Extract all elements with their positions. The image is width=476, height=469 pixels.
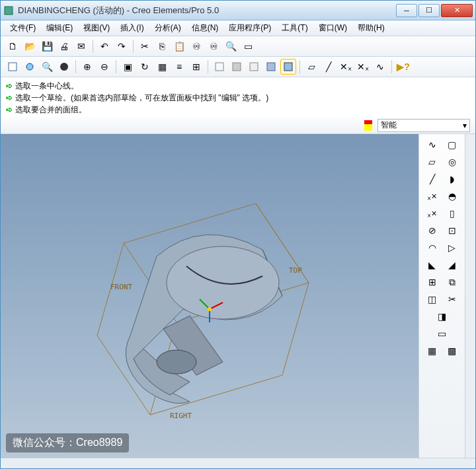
datum-axis-icon[interactable]: ╱ bbox=[321, 59, 337, 75]
close-button[interactable]: ✕ bbox=[441, 4, 473, 17]
viewport-3d[interactable]: FRONT TOP RIGHT 微信公众号：Creo8989 bbox=[1, 134, 418, 458]
round-icon[interactable]: ◠ bbox=[423, 240, 442, 256]
wireframe-icon[interactable] bbox=[212, 59, 227, 75]
toolbar-row-2: 🔍 ⊕ ⊖ ▣ ↻ ▦ ≡ ⊞ ▱ ╱ ✕ₓ ✕ₓ ∿ ▶? bbox=[1, 57, 475, 77]
print-icon[interactable]: 🖨 bbox=[56, 38, 72, 54]
extend-icon[interactable]: ◨ bbox=[433, 308, 452, 324]
solidify-icon[interactable]: ▩ bbox=[443, 343, 461, 359]
regen-icon[interactable]: ♾ bbox=[188, 38, 204, 54]
open-icon[interactable]: 📂 bbox=[22, 38, 38, 54]
draft-icon[interactable]: ◢ bbox=[443, 257, 461, 273]
maximize-button[interactable]: ☐ bbox=[418, 4, 440, 17]
model-tree-icon[interactable]: ⊞ bbox=[188, 59, 204, 75]
chevron-down-icon: ▾ bbox=[463, 121, 467, 130]
scrollbar-vertical[interactable] bbox=[465, 134, 475, 458]
separator bbox=[93, 40, 93, 53]
shading-edges-icon[interactable] bbox=[280, 59, 296, 75]
menu-file[interactable]: 文件(F) bbox=[5, 20, 41, 36]
shell-icon[interactable]: ⊡ bbox=[443, 223, 461, 238]
blend-icon[interactable]: ◓ bbox=[443, 188, 461, 204]
thicken-icon[interactable]: ▦ bbox=[423, 343, 442, 359]
titlebar: DIANBINGCHENG (活动的) - Creo Elements/Pro … bbox=[1, 1, 475, 20]
mirror-icon[interactable]: ⧉ bbox=[443, 274, 461, 290]
filter-select[interactable]: 智能 ▾ bbox=[377, 119, 470, 132]
offset-icon[interactable]: ▭ bbox=[433, 326, 452, 342]
zoom-icon[interactable]: 🔍 bbox=[39, 59, 55, 75]
layer-icon[interactable] bbox=[5, 59, 20, 75]
message-line: 选取要合并的面组。 bbox=[15, 104, 87, 116]
watermark-text: 微信公众号：Creo8989 bbox=[6, 433, 129, 452]
filter-bar: 智能 ▾ bbox=[1, 117, 475, 134]
sweep-icon[interactable]: ◗ bbox=[443, 171, 461, 187]
datum-front-label: FRONT bbox=[110, 283, 132, 291]
separator bbox=[299, 60, 300, 73]
extrude-icon[interactable]: ▢ bbox=[443, 137, 461, 153]
app-icon bbox=[3, 5, 14, 16]
orient-icon[interactable]: ↻ bbox=[137, 59, 153, 75]
separator bbox=[75, 60, 76, 73]
find-icon[interactable]: 🔍 bbox=[223, 38, 239, 54]
svg-rect-7 bbox=[267, 63, 275, 71]
svg-rect-0 bbox=[5, 7, 13, 15]
merge-icon[interactable]: ◫ bbox=[423, 291, 442, 307]
refit-icon[interactable]: ▣ bbox=[120, 59, 136, 75]
undo-icon[interactable]: ↶ bbox=[97, 38, 112, 54]
datum-plane-icon[interactable]: ▱ bbox=[303, 59, 319, 75]
menu-insert[interactable]: 插入(I) bbox=[115, 20, 149, 36]
zoom-in-icon[interactable]: ⊕ bbox=[79, 59, 95, 75]
shade-icon[interactable] bbox=[56, 59, 72, 75]
help-icon[interactable]: ▶? bbox=[395, 59, 411, 75]
hidden-icon[interactable] bbox=[229, 59, 245, 75]
rib-icon[interactable]: ▷ bbox=[443, 240, 461, 256]
saved-view-icon[interactable]: ▦ bbox=[154, 59, 170, 75]
regen2-icon[interactable]: ♾ bbox=[206, 38, 221, 54]
sketch-icon[interactable]: ∿ bbox=[423, 137, 442, 153]
hole-icon[interactable]: ⊘ bbox=[423, 223, 442, 238]
layers-icon[interactable]: ≡ bbox=[171, 59, 187, 75]
message-line: 选取一条中心线。 bbox=[15, 80, 79, 92]
filter-value: 智能 bbox=[381, 120, 397, 131]
shading-icon[interactable] bbox=[263, 59, 279, 75]
nohidden-icon[interactable] bbox=[246, 59, 262, 75]
style-icon[interactable]: ▯ bbox=[443, 205, 461, 221]
copy-icon[interactable]: ⎘ bbox=[154, 38, 170, 54]
menu-info[interactable]: 信息(N) bbox=[186, 20, 224, 36]
window-title: DIANBINGCHENG (活动的) - Creo Elements/Pro … bbox=[18, 5, 395, 17]
status-light-icon bbox=[364, 120, 372, 131]
toolbar-row-1: 🗋 📂 💾 🖨 ✉ ↶ ↷ ✂ ⎘ 📋 ♾ ♾ 🔍 ▭ bbox=[1, 36, 475, 57]
zoom-out-icon[interactable]: ⊖ bbox=[97, 59, 112, 75]
view-icon[interactable] bbox=[22, 59, 38, 75]
cut-icon[interactable]: ✂ bbox=[137, 38, 153, 54]
svg-point-3 bbox=[60, 63, 68, 71]
menu-view[interactable]: 视图(V) bbox=[78, 20, 115, 36]
arrow-icon: ➪ bbox=[6, 92, 13, 104]
svg-point-10 bbox=[157, 350, 196, 374]
svg-rect-1 bbox=[9, 63, 17, 71]
menu-window[interactable]: 窗口(W) bbox=[313, 20, 352, 36]
minimize-button[interactable]: ─ bbox=[396, 4, 417, 17]
revolve-icon[interactable]: ◎ bbox=[443, 154, 461, 170]
csys-icon[interactable]: ₓ× bbox=[423, 205, 442, 221]
axis-icon[interactable]: ╱ bbox=[423, 171, 442, 187]
point-icon[interactable]: ₓ× bbox=[423, 188, 442, 204]
menu-app[interactable]: 应用程序(P) bbox=[223, 20, 276, 36]
datum-point-icon[interactable]: ✕ₓ bbox=[338, 59, 354, 75]
new-icon[interactable]: 🗋 bbox=[5, 38, 20, 54]
menu-help[interactable]: 帮助(H) bbox=[352, 20, 390, 36]
select-icon[interactable]: ▭ bbox=[240, 38, 256, 54]
chamfer-icon[interactable]: ◣ bbox=[423, 257, 442, 273]
mail-icon[interactable]: ✉ bbox=[73, 38, 89, 54]
menu-analysis[interactable]: 分析(A) bbox=[149, 20, 186, 36]
menu-tools[interactable]: 工具(T) bbox=[276, 20, 313, 36]
paste-icon[interactable]: 📋 bbox=[171, 38, 187, 54]
datum-csys-icon[interactable]: ✕ₓ bbox=[355, 59, 371, 75]
trim-icon[interactable]: ✂ bbox=[443, 291, 461, 307]
pattern-icon[interactable]: ⊞ bbox=[423, 274, 442, 290]
datum-right-label: RIGHT bbox=[170, 412, 192, 420]
menu-edit[interactable]: 编辑(E) bbox=[41, 20, 78, 36]
redo-icon[interactable]: ↷ bbox=[114, 38, 130, 54]
annot-icon[interactable]: ∿ bbox=[372, 59, 388, 75]
scrollbar-horizontal[interactable] bbox=[1, 458, 475, 468]
save-icon[interactable]: 💾 bbox=[39, 38, 55, 54]
plane-icon[interactable]: ▱ bbox=[423, 154, 442, 170]
